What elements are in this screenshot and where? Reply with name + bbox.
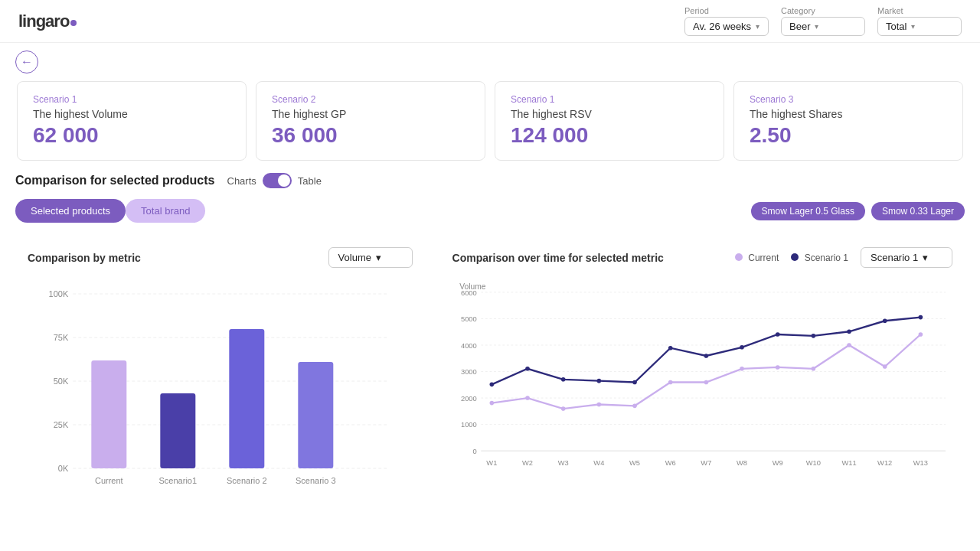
market-select[interactable]: Total ▾ <box>877 17 962 36</box>
svg-point-42 <box>811 367 815 371</box>
svg-text:Scenario 3: Scenario 3 <box>296 476 336 485</box>
svg-point-57 <box>883 318 887 323</box>
toggle-charts-label: Charts <box>227 175 256 187</box>
market-filter[interactable]: Market Total ▾ <box>877 6 962 36</box>
bar-chart-title: Comparison by metric <box>28 252 141 264</box>
scenario-chevron-icon: ▾ <box>923 252 928 263</box>
period-chevron-icon: ▾ <box>756 22 760 31</box>
period-value: Av. 26 weeks <box>693 21 751 32</box>
scenario-card-1-metric: The highest Volume <box>33 108 230 120</box>
svg-text:3000: 3000 <box>461 368 477 376</box>
svg-text:100K: 100K <box>49 289 69 298</box>
svg-text:50K: 50K <box>54 377 69 386</box>
scenario-card-1-label: Scenario 1 <box>33 94 230 105</box>
svg-text:5000: 5000 <box>461 315 477 323</box>
svg-point-54 <box>776 332 780 337</box>
svg-point-33 <box>489 401 494 406</box>
category-filter[interactable]: Category Beer ▾ <box>781 6 865 36</box>
scenario-card-3-value: 124 000 <box>511 123 708 148</box>
current-line <box>492 334 920 409</box>
scenario-select[interactable]: Scenario 1 ▾ <box>861 247 952 268</box>
svg-text:2000: 2000 <box>461 395 477 403</box>
period-label: Period <box>684 6 769 15</box>
category-value: Beer <box>789 21 810 32</box>
tab-selected-products[interactable]: Selected products <box>15 199 126 223</box>
svg-text:W1: W1 <box>486 459 497 467</box>
bar-chart-svg: 100K 75K 50K 25K 0K <box>28 283 413 497</box>
back-button[interactable]: ← <box>15 51 38 73</box>
svg-point-44 <box>883 364 887 369</box>
scenario-card-2: Scenario 2 The highest GP 36 000 <box>256 81 485 161</box>
back-bar: ← <box>0 43 980 81</box>
scenario-card-3: Scenario 1 The highest RSV 124 000 <box>495 81 724 161</box>
svg-point-48 <box>560 377 565 382</box>
category-select[interactable]: Beer ▾ <box>781 17 865 36</box>
product-tag-2[interactable]: Smow 0.33 Lager <box>871 202 965 220</box>
svg-point-47 <box>525 367 530 371</box>
scenario-card-2-metric: The highest GP <box>272 108 469 120</box>
scenario1-legend-dot <box>791 253 799 261</box>
svg-point-53 <box>740 345 744 350</box>
product-tag-1[interactable]: Smow Lager 0.5 Glass <box>751 202 865 220</box>
svg-point-39 <box>704 380 708 385</box>
charts-table-toggle[interactable] <box>263 173 292 188</box>
svg-rect-11 <box>160 393 195 468</box>
svg-text:4000: 4000 <box>461 342 477 350</box>
svg-point-43 <box>847 343 851 347</box>
svg-text:W10: W10 <box>805 459 820 467</box>
scenario-card-2-label: Scenario 2 <box>272 94 469 105</box>
svg-point-45 <box>918 332 923 337</box>
svg-rect-10 <box>91 360 126 468</box>
header: lingaro Period Av. 26 weeks ▾ Category B… <box>0 0 980 43</box>
svg-text:W7: W7 <box>701 459 711 467</box>
svg-text:W12: W12 <box>877 459 892 467</box>
scenario-cards: Scenario 1 The highest Volume 62 000 Sce… <box>0 81 980 173</box>
svg-point-52 <box>704 354 708 358</box>
toggle-knob <box>278 174 290 187</box>
bar-chart-box: Comparison by metric Volume ▾ 100K 75K 5… <box>15 235 425 512</box>
svg-point-36 <box>596 403 601 407</box>
header-filters: Period Av. 26 weeks ▾ Category Beer ▾ Ma… <box>684 6 962 36</box>
market-value: Total <box>886 21 906 32</box>
legend: Current Scenario 1 <box>735 253 848 263</box>
scenario-card-4-metric: The highest Shares <box>750 108 947 120</box>
bar-chart-title-row: Comparison by metric Volume ▾ <box>28 247 413 268</box>
svg-text:75K: 75K <box>54 333 69 342</box>
svg-point-35 <box>560 406 565 411</box>
scenario-card-3-label: Scenario 1 <box>511 94 708 105</box>
svg-text:W5: W5 <box>629 459 640 467</box>
scenario-card-4-label: Scenario 3 <box>750 94 947 105</box>
svg-rect-12 <box>229 329 264 468</box>
tab-row: Selected products Total brand Smow Lager… <box>15 199 965 223</box>
charts-row: Comparison by metric Volume ▾ 100K 75K 5… <box>15 235 965 527</box>
comparison-title: Comparison for selected products <box>15 174 215 187</box>
scenario-card-3-metric: The highest RSV <box>511 108 708 120</box>
svg-text:W4: W4 <box>593 459 604 467</box>
svg-point-51 <box>668 346 673 350</box>
market-label: Market <box>877 6 962 15</box>
tab-total-brand[interactable]: Total brand <box>126 199 205 223</box>
svg-text:25K: 25K <box>54 420 69 429</box>
line-chart-box: Comparison over time for selected metric… <box>440 235 965 512</box>
category-label: Category <box>781 6 865 15</box>
logo-dot <box>70 20 77 26</box>
svg-text:0: 0 <box>472 448 476 455</box>
metric-value: Volume <box>338 252 371 263</box>
scenario-card-1: Scenario 1 The highest Volume 62 000 <box>17 81 247 161</box>
scenario-card-2-value: 36 000 <box>272 123 469 148</box>
comparison-header: Comparison for selected products Charts … <box>15 173 965 188</box>
period-select[interactable]: Av. 26 weeks ▾ <box>684 17 769 36</box>
metric-chevron-icon: ▾ <box>376 252 381 263</box>
svg-point-46 <box>489 383 494 387</box>
market-chevron-icon: ▾ <box>911 22 915 31</box>
line-chart-svg: Volume 6000 5000 4000 3000 2000 1000 0 <box>452 274 952 481</box>
svg-text:W6: W6 <box>665 459 675 467</box>
current-legend-dot <box>735 253 743 261</box>
period-filter[interactable]: Period Av. 26 weeks ▾ <box>684 6 769 36</box>
line-chart-title: Comparison over time for selected metric <box>452 252 664 264</box>
legend-current-label: Current <box>748 253 779 263</box>
svg-text:W3: W3 <box>557 459 568 467</box>
tab-left: Selected products Total brand <box>15 199 205 223</box>
metric-select[interactable]: Volume ▾ <box>328 247 413 268</box>
logo: lingaro <box>18 11 77 31</box>
